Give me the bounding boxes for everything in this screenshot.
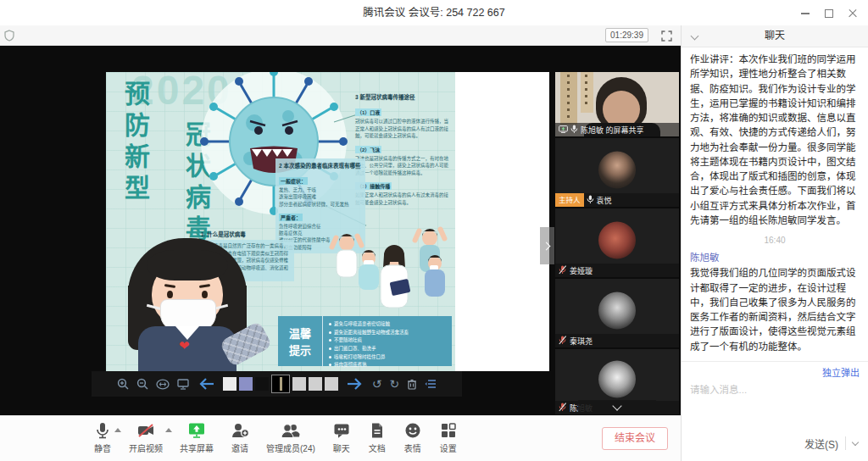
participant-name: 陈旭敏 的屏幕共享	[581, 125, 644, 136]
layout-grid-icon	[439, 421, 458, 440]
security-shield-icon[interactable]	[4, 30, 14, 45]
video-tile[interactable]: 秦琪尧	[555, 279, 679, 347]
end-meeting-button[interactable]: 结束会议	[602, 427, 668, 450]
chat-input[interactable]: 请输入消息...	[690, 382, 860, 396]
rotate-left-icon[interactable]: ↺	[372, 378, 382, 390]
mic-options-caret-icon[interactable]	[114, 428, 121, 432]
tile-label: 主持人 袁悦	[555, 193, 679, 207]
chat-button[interactable]: 聊天	[332, 421, 351, 454]
send-options-chevron-icon[interactable]	[852, 438, 859, 445]
tips-title-line2: 提示	[278, 342, 322, 359]
video-options-caret-icon[interactable]	[165, 428, 172, 432]
divider	[845, 436, 846, 450]
mute-label: 静音	[94, 442, 111, 454]
avatar	[598, 292, 636, 329]
tips-list: 避免与呼吸道患者密切接触 避免近距离接触野生动物或活禽活畜 不要随地吐痰 出门戴…	[323, 316, 452, 366]
collapse-video-panel-button[interactable]	[578, 400, 656, 414]
video-tile-host[interactable]: 主持人 袁悦	[555, 138, 679, 207]
tile-label: 姜娅璇	[555, 264, 679, 277]
section2-label-severe: 严重者：	[279, 214, 303, 221]
video-tile-sharer[interactable]: 陈旭敏 的屏幕共享	[555, 72, 679, 136]
tips-title-line1: 温馨	[278, 325, 322, 342]
mic-on-icon	[587, 195, 594, 206]
tips-title: 温馨 提示	[278, 316, 323, 366]
tile-label: 陈旭敏 的屏幕共享	[555, 123, 679, 136]
section3-body2: 飞沫也是冠状病毒的传播方式之一，有时在地铁上、公共空间里，感染上冠状病毒的人可能…	[355, 155, 452, 177]
tip-item: 避免与呼吸道患者密切接触	[329, 320, 448, 329]
share-screen-icon	[187, 421, 206, 440]
thumbnail-5[interactable]	[292, 377, 306, 391]
microphone-icon	[93, 421, 112, 440]
share-screen-button[interactable]: 共享屏幕	[180, 421, 214, 454]
manage-members-button[interactable]: 管理成员(24)	[266, 421, 315, 454]
screen-share-icon	[559, 125, 568, 135]
chat-panel: 聊天 作业讲评：本次作业我们班的同学运用所学知识，理性地分析整合了相关数据、防疫…	[681, 25, 868, 461]
next-page-overlay-button[interactable]	[540, 227, 554, 264]
video-tile[interactable]: 姜娅璇	[555, 208, 679, 277]
popout-chat-link[interactable]: 独立弹出	[690, 365, 860, 379]
section3-body3: 如果正常人和冠状病毒的病人有过未消毒的接触可能会感染上冠状病毒。	[355, 192, 452, 206]
close-icon[interactable]	[848, 8, 858, 18]
mic-muted-icon	[559, 403, 567, 414]
mic-on-icon	[570, 125, 578, 136]
previous-image-arrow-icon[interactable]	[197, 376, 215, 392]
heart-icon: ❤	[179, 338, 190, 353]
image-viewer-toolbar: ↺ ↻	[92, 371, 462, 397]
emoji-button[interactable]: 表情	[403, 421, 422, 454]
docs-button[interactable]: 文档	[368, 421, 387, 454]
docs-label: 文档	[369, 442, 386, 454]
thumbnail-2[interactable]	[239, 377, 253, 391]
participant-name: 袁悦	[597, 195, 612, 206]
video-tile[interactable]: 陈旭敏	[555, 349, 679, 414]
avatar	[598, 221, 636, 258]
document-icon	[368, 421, 387, 440]
tile-label: 秦琪尧	[555, 334, 679, 347]
poster-tips-box: 温馨 提示 避免与呼吸道患者密切接触 避免近距离接触野生动物或活禽活畜 不要随地…	[278, 316, 452, 366]
section3-sub1: （1）口液	[355, 108, 381, 116]
zoom-in-icon[interactable]	[117, 378, 129, 390]
medical-team-illustration	[323, 225, 452, 318]
start-video-button[interactable]: 开启视频	[129, 421, 163, 454]
chevron-down-icon[interactable]	[691, 32, 699, 41]
camera-off-icon	[136, 421, 155, 440]
rotate-right-icon[interactable]: ↻	[390, 378, 400, 390]
poster-section-transmission: 3 新型冠状病毒传播途径 （1）口液 冠状病毒可以通过口腔中的液体进行传播，当正…	[355, 92, 452, 206]
thumbnail-1[interactable]	[223, 377, 236, 391]
delete-image-icon[interactable]	[407, 378, 417, 390]
thumbnail-3[interactable]	[255, 377, 269, 391]
covid-poster: 2020 预防新型 冠状病毒	[106, 72, 455, 371]
smiley-icon	[403, 421, 422, 440]
share-screen-label: 共享屏幕	[180, 442, 214, 454]
avatar	[598, 360, 636, 397]
thumbnail-6[interactable]	[309, 377, 322, 391]
window-titlebar: 腾讯会议 会议号: 254 722 667	[0, 0, 868, 25]
section3-body1: 冠状病毒可以通过口腔中的液体进行传播，当正常人和感染上冠状病毒的病人有过口液的接…	[355, 118, 452, 140]
zoom-out-icon[interactable]	[136, 378, 148, 390]
image-properties-icon[interactable]	[425, 379, 437, 389]
chat-input-section: 独立弹出 请输入消息...	[682, 361, 868, 425]
section3-title: 3 新型冠状病毒传播途径	[355, 92, 452, 101]
fullscreen-icon[interactable]	[661, 30, 672, 45]
minimize-icon[interactable]	[800, 8, 810, 18]
slideshow-icon[interactable]	[177, 378, 189, 390]
tip-item: 出门戴口罩、勤洗手	[329, 345, 448, 353]
next-image-arrow-icon[interactable]	[346, 376, 364, 392]
chat-label: 聊天	[333, 442, 350, 454]
thumbnail-4-selected[interactable]	[271, 375, 290, 393]
thumbnail-7[interactable]	[325, 377, 338, 391]
fit-to-window-icon[interactable]	[156, 379, 170, 390]
chevron-down-icon	[612, 401, 621, 410]
invite-button[interactable]: 邀请	[231, 421, 249, 454]
window-controls	[800, 0, 858, 25]
send-button[interactable]: 发送(S)	[804, 436, 838, 451]
settings-button[interactable]: 设置	[439, 421, 458, 454]
meeting-main-pane: 01:29:39 2020 预防新型 冠状病毒	[0, 25, 681, 415]
members-icon	[281, 421, 301, 440]
mute-button[interactable]: 静音	[93, 421, 112, 454]
invite-person-icon	[231, 421, 249, 440]
section2-label-general: 一般症状：	[279, 177, 308, 185]
maximize-icon[interactable]	[824, 8, 834, 18]
avatar	[598, 151, 636, 188]
chat-sender-name: 陈旭敏	[690, 251, 860, 265]
tip-item: 避免近距离接触野生动物或活禽活畜	[329, 329, 448, 337]
